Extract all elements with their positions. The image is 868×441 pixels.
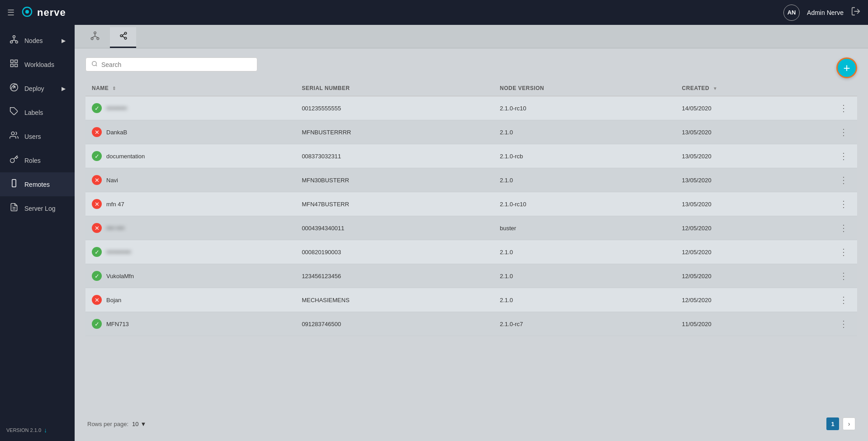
serverlog-label: Server Log [24,205,55,212]
sidebar-item-remotes[interactable]: Remotes [0,172,75,196]
search-input[interactable] [101,61,251,68]
cell-created: 11/05/2020 [676,312,830,336]
cell-actions: ⋮ [830,216,857,240]
search-bar [85,57,257,71]
pagination-bar: Rows per page: 10 ▼ 1 › [85,411,857,432]
sidebar-item-serverlog[interactable]: Server Log [0,196,75,220]
svg-point-25 [120,35,123,37]
sidebar-item-users[interactable]: Users [0,124,75,148]
sidebar-item-labels[interactable]: Labels [0,100,75,124]
next-page-button[interactable]: › [843,417,855,430]
cell-name: ✕ DankaB [85,120,295,144]
row-more-menu-button[interactable]: ⋮ [836,150,851,162]
col-created[interactable]: CREATED ▼ [676,81,830,96]
deploy-arrow: ▶ [62,85,66,92]
table-row: ✕ •••• •••• 0004394340011 buster 12/05/2… [85,216,857,240]
table-row: ✕ Bojan MECHASIEMENS 2.1.0 12/05/2020 ⋮ [85,288,857,312]
cell-created: 13/05/2020 [676,144,830,168]
sidebar-item-workloads[interactable]: Workloads [0,52,75,76]
logo-text: nerve [37,7,66,19]
svg-point-30 [92,62,96,66]
cell-version: 2.1.0 [493,240,676,264]
row-more-menu-button[interactable]: ⋮ [836,102,851,114]
node-name: Bojan [106,297,121,303]
row-more-menu-button[interactable]: ⋮ [836,126,851,138]
sidebar-item-nodes[interactable]: Nodes ▶ [0,28,75,52]
roles-label: Roles [24,157,41,164]
logout-icon[interactable] [851,6,861,19]
svg-rect-9 [11,60,14,63]
sidebar: Nodes ▶ Workloads [0,25,75,441]
user-name: Admin Nerve [807,9,844,16]
node-name: Navi [106,177,118,184]
status-icon: ✕ [92,223,102,233]
sidebar-item-deploy[interactable]: Deploy ▶ [0,76,75,100]
status-icon: ✓ [92,319,102,329]
table-body: ✓ •••••••••• 001235555555 2.1.0-rc10 14/… [85,96,857,336]
remotes-label: Remotes [24,181,50,188]
row-more-menu-button[interactable]: ⋮ [836,246,851,258]
topnav: ☰ nerve AN Admin Nerve [0,0,868,25]
cell-actions: ⋮ [830,288,857,312]
rows-dropdown-icon: ▼ [141,421,147,427]
cell-serial: 0004394340011 [295,216,493,240]
rows-value: 10 [132,421,138,427]
col-serial: SERIAL NUMBER [295,81,493,96]
node-name: •••• •••• [106,225,124,232]
svg-point-1 [25,10,29,14]
hamburger-icon[interactable]: ☰ [7,8,14,18]
svg-point-3 [13,36,15,38]
cell-name: ✓ VukolaMfn [85,264,295,288]
table-header-row: NAME ⇕ SERIAL NUMBER NODE VERSION CREATE… [85,81,857,96]
cell-name: ✓ •••••••••••• [85,240,295,264]
cell-serial: 001235555555 [295,96,493,120]
sidebar-version: VERSION 2.1.0 ↓ [0,427,75,434]
cell-created: 13/05/2020 [676,192,830,216]
row-more-menu-button[interactable]: ⋮ [836,318,851,330]
node-name: •••••••••••• [106,249,131,256]
cell-version: 2.1.0 [493,264,676,288]
row-more-menu-button[interactable]: ⋮ [836,270,851,282]
cell-name: ✕ •••• •••• [85,216,295,240]
cell-version: 2.1.0-rc10 [493,96,676,120]
row-more-menu-button[interactable]: ⋮ [836,294,851,306]
cell-actions: ⋮ [830,264,857,288]
node-name: VukolaMfn [106,273,134,280]
cell-created: 13/05/2020 [676,168,830,192]
node-name: DankaB [106,129,127,136]
version-icon[interactable]: ↓ [44,427,47,434]
tab-1[interactable] [82,27,108,48]
sidebar-item-roles[interactable]: Roles [0,148,75,172]
svg-point-5 [15,41,18,43]
cell-version: 2.1.0-rc10 [493,192,676,216]
node-name: mfn 47 [106,201,124,208]
deploy-label: Deploy [24,85,44,92]
node-name: •••••••••• [106,105,127,112]
col-name[interactable]: NAME ⇕ [85,81,295,96]
cell-name: ✕ Navi [85,168,295,192]
svg-point-26 [124,32,127,34]
nerve-brand-icon [20,5,34,21]
rows-per-page: Rows per page: 10 ▼ [87,421,146,427]
col-actions [830,81,857,96]
cell-actions: ⋮ [830,240,857,264]
rows-select[interactable]: 10 ▼ [132,421,146,427]
current-page: 1 [826,417,839,430]
tab-2[interactable] [110,27,136,48]
cell-name: ✕ Bojan [85,288,295,312]
topnav-right: AN Admin Nerve [783,5,861,21]
cell-serial: MECHASIEMENS [295,288,493,312]
row-more-menu-button[interactable]: ⋮ [836,198,851,210]
cell-actions: ⋮ [830,96,857,120]
svg-line-28 [123,34,125,35]
add-button[interactable]: + [836,57,857,78]
svg-rect-15 [12,180,16,187]
node-name: MFN713 [106,321,129,327]
nodes-table: NAME ⇕ SERIAL NUMBER NODE VERSION CREATE… [85,81,857,336]
table-container: NAME ⇕ SERIAL NUMBER NODE VERSION CREATE… [85,81,857,411]
svg-line-7 [11,40,14,41]
sort-created-icon: ▼ [713,86,717,91]
row-more-menu-button[interactable]: ⋮ [836,222,851,234]
cell-created: 12/05/2020 [676,264,830,288]
row-more-menu-button[interactable]: ⋮ [836,174,851,186]
